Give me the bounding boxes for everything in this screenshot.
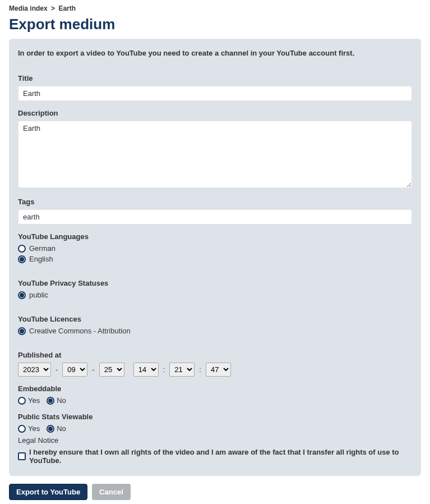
embeddable-yes-label[interactable]: Yes bbox=[28, 396, 40, 405]
legal-notice-label: Legal Notice bbox=[18, 436, 412, 445]
public-stats-no-label[interactable]: No bbox=[57, 424, 66, 433]
date-sep-2: - bbox=[91, 365, 95, 374]
published-day-select[interactable]: 25 bbox=[99, 363, 124, 377]
public-stats-yes-radio[interactable] bbox=[18, 425, 26, 433]
youtube-channel-notice: In order to export a video to YouTube yo… bbox=[18, 49, 412, 57]
youtube-privacy-label: YouTube Privacy Statuses bbox=[18, 279, 412, 287]
privacy-public-radio[interactable] bbox=[18, 291, 26, 299]
youtube-languages-label: YouTube Languages bbox=[18, 232, 412, 241]
language-english-label[interactable]: English bbox=[29, 255, 53, 263]
embeddable-no-radio[interactable] bbox=[47, 397, 54, 405]
breadcrumb-separator: > bbox=[49, 4, 57, 12]
language-german-radio[interactable] bbox=[18, 245, 26, 253]
tags-label: Tags bbox=[18, 198, 412, 206]
export-button[interactable]: Export to YouTube bbox=[9, 484, 87, 500]
date-sep-1: - bbox=[54, 365, 59, 374]
cancel-button[interactable]: Cancel bbox=[92, 484, 131, 500]
form-panel: In order to export a video to YouTube yo… bbox=[9, 39, 421, 476]
licence-cc-label[interactable]: Creative Commons - Attribution bbox=[29, 327, 131, 335]
public-stats-no-radio[interactable] bbox=[47, 425, 54, 433]
title-input[interactable] bbox=[18, 86, 412, 101]
tags-input[interactable] bbox=[18, 209, 412, 224]
public-stats-label: Public Stats Viewable bbox=[18, 413, 412, 421]
legal-notice-checkbox[interactable] bbox=[18, 452, 26, 460]
description-label: Description bbox=[18, 109, 412, 117]
form-actions: Export to YouTube Cancel bbox=[9, 484, 421, 500]
page-title: Export medium bbox=[9, 16, 421, 33]
privacy-public-label[interactable]: public bbox=[29, 291, 48, 299]
description-textarea[interactable]: Earth bbox=[18, 121, 412, 188]
breadcrumb-current-link[interactable]: Earth bbox=[58, 4, 76, 12]
public-stats-yes-label[interactable]: Yes bbox=[28, 424, 40, 433]
published-year-select[interactable]: 2023 bbox=[18, 363, 51, 377]
language-english-radio[interactable] bbox=[18, 255, 26, 263]
published-month-select[interactable]: 09 bbox=[62, 363, 87, 377]
time-sep-1: : bbox=[162, 365, 167, 374]
published-minute-select[interactable]: 21 bbox=[169, 363, 195, 377]
published-hour-select[interactable]: 14 bbox=[133, 363, 159, 377]
legal-notice-text[interactable]: I hereby ensure that I own all rights of… bbox=[29, 448, 412, 465]
breadcrumb-root-link[interactable]: Media index bbox=[9, 4, 48, 12]
embeddable-label: Embeddable bbox=[18, 384, 412, 393]
youtube-licences-label: YouTube Licences bbox=[18, 315, 412, 323]
published-at-label: Published at bbox=[18, 351, 412, 359]
embeddable-yes-radio[interactable] bbox=[18, 397, 26, 405]
breadcrumb: Media index > Earth bbox=[9, 0, 421, 16]
title-label: Title bbox=[18, 74, 412, 83]
time-sep-2: : bbox=[198, 365, 202, 374]
licence-cc-radio[interactable] bbox=[18, 327, 26, 335]
language-german-label[interactable]: German bbox=[29, 244, 56, 253]
embeddable-no-label[interactable]: No bbox=[57, 396, 66, 405]
published-second-select[interactable]: 47 bbox=[206, 363, 231, 377]
